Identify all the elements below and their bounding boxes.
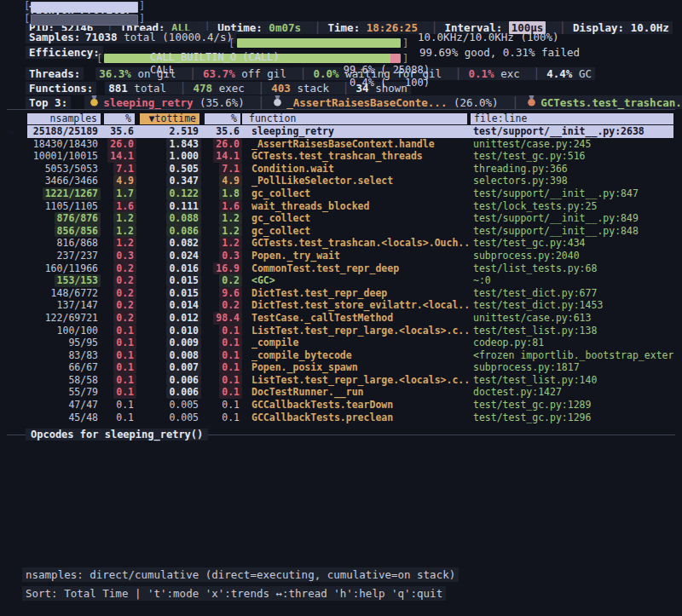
- table-row[interactable]: 83/83 0.1 0.008 0.1 _compile_bytecode <f…: [5, 349, 673, 362]
- column-header-pct2-label: %: [205, 113, 240, 124]
- tottime-value: 1.000: [166, 150, 201, 163]
- tottime-cell: 0.009: [136, 337, 201, 349]
- table-row[interactable]: 1221/1267 1.7 0.122 1.8 gc_collect test/…: [5, 187, 673, 200]
- opcode-bar-open-bracket: [: [24, 13, 30, 26]
- table-row[interactable]: 3466/3466 4.9 0.347 4.9 _PollLikeSelecto…: [5, 175, 673, 187]
- selected-row-marker: [5, 274, 27, 287]
- nsamples-legend-text: nsamples: direct/cumulative (direct=exec…: [22, 567, 459, 582]
- column-header-pct2[interactable]: %: [201, 112, 242, 125]
- selected-row-marker: [5, 299, 27, 312]
- pct1-value: 0.1: [113, 386, 136, 399]
- selected-row-marker: [5, 150, 27, 163]
- column-header-pct1[interactable]: %: [101, 112, 136, 125]
- column-header-tottime-sorted[interactable]: ▼tottime: [136, 112, 201, 125]
- table-row[interactable]: 153/153 0.2 0.015 0.2 <GC> ~:0: [5, 274, 673, 287]
- pct2-cell: 1.6: [201, 200, 242, 213]
- function-name: GCCallbackTests.preclean: [249, 412, 396, 424]
- file-line-value: selectors.py:398: [471, 175, 570, 187]
- table-row[interactable]: 58/58 0.1 0.006 0.1 ListTest.test_repr_l…: [5, 374, 673, 387]
- nsamples-cell: 83/83: [27, 349, 101, 362]
- function-name: gc_collect: [249, 212, 313, 225]
- table-row[interactable]: 816/868 1.2 0.082 1.2 GCTests.test_trash…: [5, 237, 673, 250]
- function-cell: _PollLikeSelector.select: [242, 175, 471, 187]
- file-line-value: codeop.py:81: [471, 337, 546, 348]
- table-row[interactable]: 122/69721 0.2 0.012 98.4 TestCase._callT…: [5, 312, 673, 325]
- tottime-value: 0.505: [166, 163, 201, 176]
- function-cell: GCCallbackTests.tearDown: [242, 399, 471, 412]
- column-header-nsamples[interactable]: nsamples: [27, 112, 101, 125]
- pct1-value: 7.1: [113, 163, 136, 176]
- table-row[interactable]: 18430/18430 26.0 1.843 26.0 _AssertRaise…: [5, 138, 673, 151]
- pct2-cell: 0.1: [201, 412, 242, 424]
- table-row[interactable]: 237/237 0.3 0.024 0.3 Popen._try_wait su…: [5, 250, 673, 262]
- nsamples-cell: 153/153: [27, 274, 101, 287]
- file-cell: test/test_dict.py:1453: [471, 299, 673, 312]
- thread-stat-value: 0.0%: [313, 67, 338, 80]
- nsamples-cell: 100/100: [27, 325, 101, 337]
- column-header-file[interactable]: file:line: [471, 112, 673, 125]
- function-name: GCTests.test_trashcan_threads: [249, 150, 425, 163]
- function-cell: gc_collect: [242, 212, 471, 225]
- table-row[interactable]: 55/79 0.1 0.006 0.1 DocTestRunner.__run …: [5, 386, 673, 399]
- nsamples-cell: 856/856: [27, 225, 101, 238]
- table-row[interactable]: 10001/10015 14.1 1.000 14.1 GCTests.test…: [5, 150, 673, 163]
- file-cell: test/test_gc.py:1296: [471, 412, 673, 424]
- divider: [7, 109, 675, 110]
- table-row[interactable]: 95/95 0.1 0.009 0.1 _compile codeop.py:8…: [5, 337, 673, 349]
- tottime-value: 1.843: [166, 138, 201, 151]
- selected-row-marker: [5, 225, 27, 238]
- table-row[interactable]: 5053/5053 7.1 0.505 7.1 Condition.wait t…: [5, 163, 673, 176]
- table-row[interactable]: 1105/1105 1.6 0.111 1.6 wait_threads_blo…: [5, 200, 673, 213]
- top3-item[interactable]: GCTests.test_trashcan... (14.1%): [502, 95, 682, 109]
- tottime-value: 0.015: [166, 274, 201, 287]
- pct1-value: 0.1: [113, 337, 136, 349]
- pct2-cell: 14.1: [201, 150, 242, 163]
- function-cell: gc_collect: [242, 187, 471, 200]
- tottime-cell: 1.000: [136, 150, 201, 163]
- table-row[interactable]: 876/876 1.2 0.088 1.2 gc_collect test/su…: [5, 212, 673, 225]
- pct2-value: 1.6: [219, 200, 242, 213]
- tottime-cell: 0.007: [136, 361, 201, 374]
- pct2-value: 0.2: [219, 274, 242, 287]
- table-row[interactable]: 100/100 0.1 0.010 0.1 ListTest.test_repr…: [5, 325, 673, 337]
- top3-item[interactable]: _AssertRaisesBaseConte... (26.0%): [248, 95, 502, 109]
- table-row[interactable]: 45/48 0.1 0.005 0.1 GCCallbackTests.prec…: [5, 412, 673, 424]
- function-name: Popen._try_wait: [249, 250, 343, 262]
- function-name: sleeping_retry: [249, 125, 337, 138]
- function-cell: _compile_bytecode: [242, 349, 471, 362]
- function-cell: CommonTest.test_repr_deep: [242, 262, 471, 275]
- file-cell: test/test_gc.py:516: [471, 150, 673, 163]
- table-row[interactable]: 47/47 0.1 0.005 0.1 GCCallbackTests.tear…: [5, 399, 673, 412]
- file-cell: ~:0: [471, 274, 673, 287]
- selected-row-marker: [5, 250, 27, 262]
- nsamples-value: 47/47: [66, 399, 101, 412]
- file-line-value: ~:0: [471, 274, 494, 286]
- opcode-bar-open-bracket: [: [24, 0, 30, 13]
- tottime-cell: 0.086: [136, 225, 201, 238]
- table-row[interactable]: 66/67 0.1 0.007 0.1 Popen._posix_spawn s…: [5, 361, 673, 374]
- table-row[interactable]: 856/856 1.2 0.086 1.2 gc_collect test/su…: [5, 225, 673, 238]
- nsamples-value: 856/856: [55, 225, 101, 238]
- file-line-value: subprocess.py:2040: [471, 250, 582, 262]
- function-stat-value: 403: [271, 82, 291, 95]
- table-row[interactable]: 148/6772 0.2 0.015 9.6 DictTest.test_rep…: [5, 287, 673, 300]
- tottime-cell: 0.024: [136, 250, 201, 262]
- medal-icon: [90, 95, 99, 109]
- samples-khz: 10.0KHz/10.0KHz (100%): [418, 31, 559, 43]
- function-name: TestCase._callTestMethod: [249, 312, 396, 325]
- top3-item[interactable]: sleeping_retry (35.6%): [84, 95, 248, 109]
- column-header-function[interactable]: function: [242, 112, 471, 125]
- file-cell: subprocess.py:1817: [471, 361, 673, 374]
- file-line-value: unittest/case.py:245: [471, 138, 593, 150]
- pct2-cell: 0.2: [201, 274, 242, 287]
- pct2-cell: 0.1: [201, 325, 242, 337]
- table-row[interactable]: ─► 25188/25189 35.6 2.519 35.6 sleeping_…: [5, 125, 673, 138]
- pct1-value: 0.1: [113, 374, 136, 387]
- table-row[interactable]: 160/11966 0.2 0.016 16.9 CommonTest.test…: [5, 262, 673, 275]
- pct1-cell: 0.2: [101, 299, 136, 312]
- table-row[interactable]: 137/147 0.2 0.014 0.2 DictTest.test_stor…: [5, 299, 673, 312]
- file-cell: test/lock_tests.py:25: [471, 200, 673, 213]
- file-cell: selectors.py:398: [471, 175, 673, 187]
- function-name: GCTests.test_trashcan.<locals>.Ouch...: [249, 237, 471, 250]
- function-cell: DictTest.test_repr_deep: [242, 287, 471, 300]
